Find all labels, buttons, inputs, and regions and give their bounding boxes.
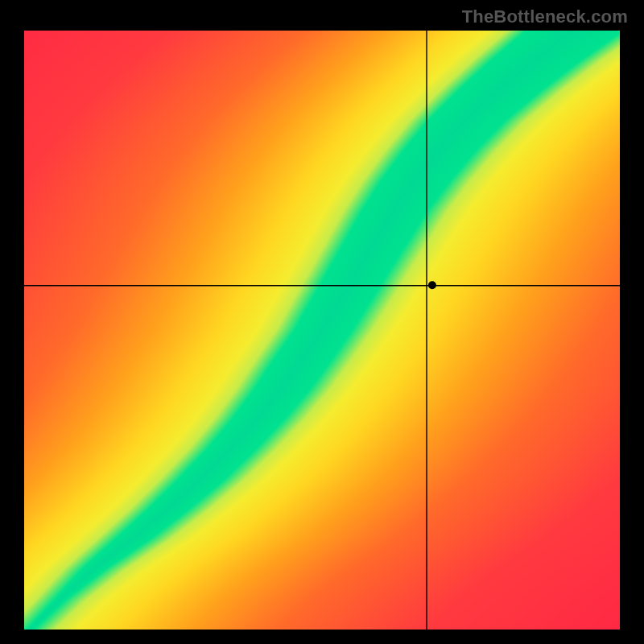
overlay-canvas — [0, 0, 644, 644]
watermark-text: TheBottleneck.com — [462, 6, 628, 27]
